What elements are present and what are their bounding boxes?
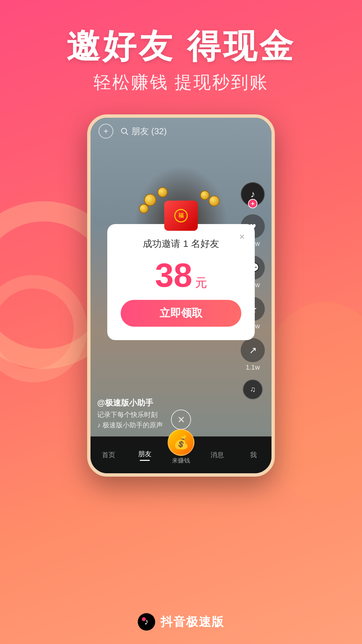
phone-wrapper: + 朋友 (32) ♪ + <box>0 114 362 477</box>
claim-reward-button[interactable]: 立即领取 <box>121 300 241 327</box>
coin-4 <box>200 191 209 200</box>
tiktok-brand-logo: ♪ <box>138 613 155 631</box>
sub-title: 轻松赚钱 提现秒到账 <box>0 71 362 94</box>
red-packet: 福 <box>164 201 198 231</box>
popup-close-button[interactable]: × <box>236 231 248 243</box>
svg-point-4 <box>142 617 146 621</box>
amount-unit: 元 <box>195 275 207 291</box>
bottom-branding: ♪ 抖音极速版 <box>0 613 362 631</box>
popup-decoration: 福 <box>137 194 225 237</box>
phone-mockup: + 朋友 (32) ♪ + <box>87 114 275 477</box>
phone-screen: + 朋友 (32) ♪ + <box>90 118 272 473</box>
coin-5 <box>139 204 148 213</box>
hongbao-circle: 福 <box>174 209 188 222</box>
claim-button-label: 立即领取 <box>160 306 202 321</box>
coin-3 <box>209 196 220 206</box>
brand-app-name: 抖音极速版 <box>161 614 224 630</box>
popup-amount: 38 元 <box>121 258 241 292</box>
coin-2 <box>158 187 168 197</box>
popup-title: 成功邀请 1 名好友 <box>121 237 241 250</box>
main-title: 邀好友 得现金 <box>0 27 362 65</box>
close-icon: × <box>239 231 245 242</box>
reward-popup: 福 × 成功邀请 1 名好友 38 元 立即领取 <box>107 224 255 340</box>
popup-overlay: 福 × 成功邀请 1 名好友 38 元 立即领取 <box>90 118 272 473</box>
hongbao-container: 福 <box>137 194 225 237</box>
hongbao-symbol: 福 <box>178 212 184 219</box>
amount-number: 38 <box>155 258 192 292</box>
header-section: 邀好友 得现金 轻松赚钱 提现秒到账 <box>0 0 362 94</box>
